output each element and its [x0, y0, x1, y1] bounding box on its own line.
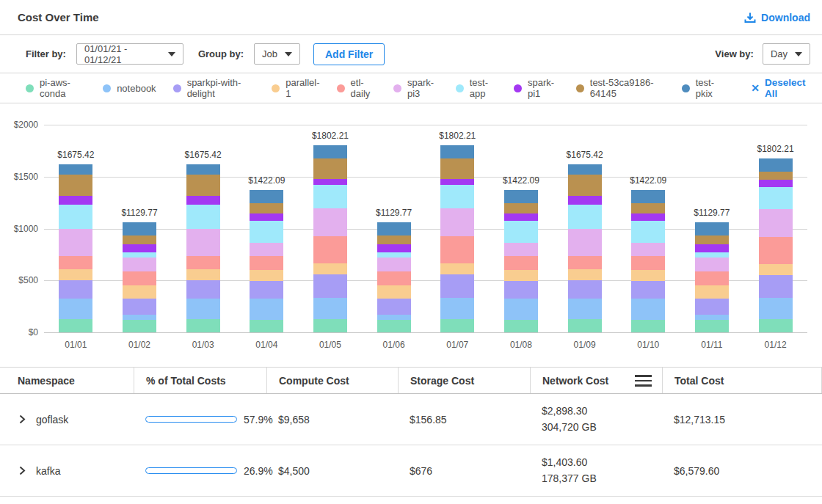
bar-segment-pi-aws-conda[interactable]	[313, 319, 347, 332]
bar-segment-parallel-1[interactable]	[377, 285, 411, 299]
bar-segment-spark-pi3[interactable]	[59, 229, 92, 256]
bar-segment-test-53ca9186-64145[interactable]	[313, 158, 347, 179]
bar-segment-sparkpi-with-delight[interactable]	[759, 275, 793, 299]
column-header--of-total-costs[interactable]: % of Total Costs	[134, 368, 266, 393]
add-filter-button[interactable]: Add Filter	[313, 43, 385, 65]
bar-segment-parallel-1[interactable]	[123, 285, 156, 299]
bar-segment-notebook[interactable]	[250, 299, 283, 320]
bar-segment-etl-daily[interactable]	[313, 236, 347, 263]
bar-segment-etl-daily[interactable]	[250, 256, 283, 270]
bar-segment-etl-daily[interactable]	[440, 236, 474, 263]
bar-segment-etl-daily[interactable]	[695, 271, 729, 286]
bar-segment-notebook[interactable]	[377, 315, 411, 321]
column-header-namespace[interactable]: Namespace	[0, 368, 134, 393]
bar-segment-spark-pi3[interactable]	[504, 243, 538, 257]
bar-segment-spark-pi1[interactable]	[631, 213, 665, 221]
bar-segment-parallel-1[interactable]	[759, 264, 793, 275]
bar-segment-sparkpi-with-delight[interactable]	[59, 280, 92, 299]
bar-segment-spark-pi3[interactable]	[123, 258, 156, 271]
bar-segment-test-app[interactable]	[631, 221, 665, 243]
column-header-storage-cost[interactable]: Storage Cost	[398, 368, 530, 393]
bar-segment-sparkpi-with-delight[interactable]	[440, 274, 474, 299]
bar-segment-sparkpi-with-delight[interactable]	[313, 274, 347, 299]
legend-item-test-app[interactable]: test-app	[456, 77, 497, 99]
column-header-compute-cost[interactable]: Compute Cost	[266, 368, 398, 393]
bar-segment-test-app[interactable]	[186, 205, 220, 229]
bar-segment-parallel-1[interactable]	[59, 269, 92, 280]
bar-segment-test-app[interactable]	[59, 205, 92, 229]
bar-segment-sparkpi-with-delight[interactable]	[695, 299, 729, 314]
bar-segment-parallel-1[interactable]	[440, 263, 474, 274]
bar-segment-test-pkix[interactable]	[123, 222, 156, 235]
bar-segment-test-pkix[interactable]	[440, 145, 474, 158]
bar-segment-test-app[interactable]	[759, 187, 793, 209]
bar-segment-spark-pi3[interactable]	[377, 258, 411, 271]
bar-segment-spark-pi1[interactable]	[59, 196, 92, 205]
bar-segment-pi-aws-conda[interactable]	[440, 319, 474, 332]
bar-segment-test-pkix[interactable]	[504, 190, 538, 204]
bar-segment-sparkpi-with-delight[interactable]	[504, 281, 538, 299]
column-header-network-cost[interactable]: Network Cost	[530, 368, 662, 393]
bar-segment-spark-pi1[interactable]	[313, 179, 347, 185]
stacked-bar-01/07[interactable]	[440, 145, 474, 332]
legend-item-spark-pi3[interactable]: spark-pi3	[393, 77, 439, 99]
stacked-bar-01/02[interactable]	[123, 222, 156, 332]
bar-segment-test-53ca9186-64145[interactable]	[759, 172, 793, 180]
bar-segment-test-app[interactable]	[440, 185, 474, 208]
bar-segment-notebook[interactable]	[440, 298, 474, 319]
legend-item-spark-pi1[interactable]: spark-pi1	[514, 77, 559, 99]
bar-segment-test-53ca9186-64145[interactable]	[568, 175, 602, 195]
bar-segment-spark-pi3[interactable]	[759, 209, 793, 237]
bar-segment-etl-daily[interactable]	[377, 271, 411, 286]
bar-segment-spark-pi1[interactable]	[123, 244, 156, 252]
bar-segment-spark-pi1[interactable]	[186, 196, 220, 205]
bar-segment-test-app[interactable]	[250, 221, 283, 243]
bar-segment-pi-aws-conda[interactable]	[568, 319, 602, 332]
column-header-total-cost[interactable]: Total Cost	[662, 368, 822, 393]
bar-segment-etl-daily[interactable]	[123, 271, 156, 286]
bar-segment-test-pkix[interactable]	[377, 222, 411, 235]
stacked-bar-01/06[interactable]	[377, 222, 411, 332]
bar-segment-pi-aws-conda[interactable]	[123, 320, 156, 332]
bar-segment-etl-daily[interactable]	[631, 256, 665, 270]
bar-segment-spark-pi1[interactable]	[695, 244, 729, 252]
bar-segment-pi-aws-conda[interactable]	[695, 320, 729, 332]
bar-segment-sparkpi-with-delight[interactable]	[631, 281, 665, 299]
bar-segment-pi-aws-conda[interactable]	[631, 320, 665, 332]
bar-segment-test-app[interactable]	[123, 252, 156, 258]
bar-segment-notebook[interactable]	[631, 299, 665, 320]
bar-segment-parallel-1[interactable]	[695, 285, 729, 299]
legend-item-parallel-1[interactable]: parallel-1	[272, 77, 319, 99]
stacked-bar-01/03[interactable]	[186, 164, 220, 332]
stacked-bar-01/11[interactable]	[695, 222, 729, 332]
stacked-bar-01/05[interactable]	[313, 145, 347, 332]
bar-segment-test-53ca9186-64145[interactable]	[59, 175, 92, 195]
legend-item-notebook[interactable]: notebook	[103, 83, 156, 94]
bar-segment-test-pkix[interactable]	[250, 190, 283, 204]
bar-segment-pi-aws-conda[interactable]	[377, 320, 411, 332]
stacked-bar-01/08[interactable]	[504, 190, 538, 332]
bar-segment-pi-aws-conda[interactable]	[250, 320, 283, 332]
deselect-all-button[interactable]: ✕Deselect All	[751, 77, 810, 99]
bar-segment-spark-pi3[interactable]	[631, 243, 665, 257]
bar-segment-notebook[interactable]	[59, 299, 92, 319]
bar-segment-test-53ca9186-64145[interactable]	[631, 203, 665, 213]
bar-segment-spark-pi1[interactable]	[440, 179, 474, 185]
bar-segment-spark-pi1[interactable]	[759, 180, 793, 187]
bar-segment-test-app[interactable]	[695, 252, 729, 258]
bar-segment-notebook[interactable]	[504, 299, 538, 320]
bar-segment-spark-pi1[interactable]	[568, 196, 602, 205]
bar-segment-parallel-1[interactable]	[313, 263, 347, 274]
column-menu-icon[interactable]	[635, 375, 652, 387]
bar-segment-test-53ca9186-64145[interactable]	[440, 158, 474, 179]
bar-segment-spark-pi3[interactable]	[313, 208, 347, 236]
bar-segment-pi-aws-conda[interactable]	[186, 319, 220, 332]
bar-segment-test-53ca9186-64145[interactable]	[504, 203, 538, 213]
bar-segment-test-app[interactable]	[313, 185, 347, 208]
bar-segment-test-53ca9186-64145[interactable]	[186, 175, 220, 195]
bar-segment-pi-aws-conda[interactable]	[759, 319, 793, 333]
bar-segment-parallel-1[interactable]	[504, 270, 538, 281]
group-by-select[interactable]: Job	[254, 43, 300, 65]
bar-segment-test-53ca9186-64145[interactable]	[250, 203, 283, 213]
bar-segment-sparkpi-with-delight[interactable]	[250, 281, 283, 299]
